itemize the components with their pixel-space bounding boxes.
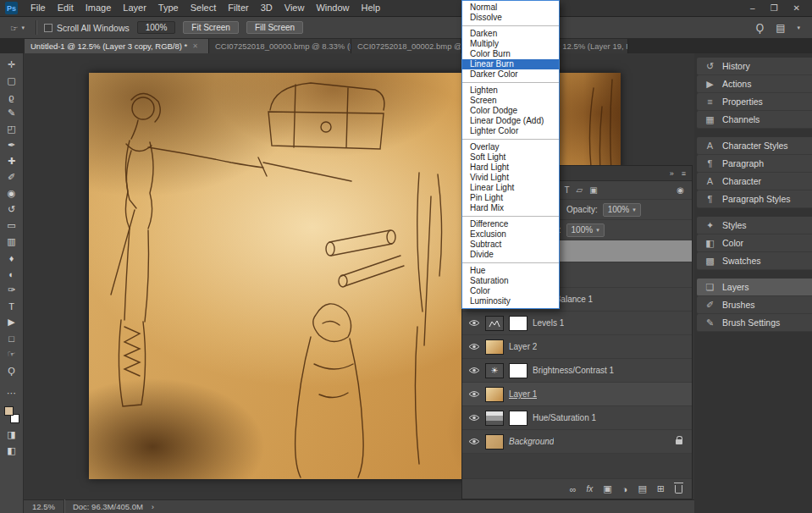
blend-option-multiply[interactable]: Multiply — [462, 39, 559, 49]
filter-type-icon[interactable]: T — [565, 185, 570, 195]
filter-toggle-icon[interactable]: ◉ — [677, 185, 684, 195]
blend-option-pin-light[interactable]: Pin Light — [462, 193, 559, 203]
move-tool[interactable]: ✛ — [0, 57, 23, 73]
gradient-tool[interactable]: ▥ — [0, 234, 23, 250]
workspace-icon[interactable]: ▤ — [776, 22, 785, 34]
eye-icon[interactable] — [468, 438, 480, 445]
menu-filter[interactable]: Filter — [222, 0, 254, 16]
lasso-tool[interactable]: ϱ — [0, 89, 23, 105]
layer-thumbnail[interactable] — [485, 434, 504, 450]
opacity-field[interactable]: 100% ▾ — [603, 203, 641, 217]
menu-layer[interactable]: Layer — [117, 0, 152, 16]
tab-close-icon[interactable]: ✕ — [192, 42, 198, 50]
panel-button-channels[interactable]: ▦ Channels — [697, 111, 812, 129]
panel-button-layers[interactable]: ❏ Layers — [697, 279, 812, 296]
close-icon[interactable]: ✕ — [793, 3, 800, 13]
blend-option-lighter-color[interactable]: Lighter Color — [462, 126, 559, 136]
crop-tool[interactable]: ◰ — [0, 121, 23, 137]
restore-icon[interactable]: ❐ — [771, 3, 778, 13]
chevron-down-icon[interactable]: ▾ — [797, 25, 800, 31]
layer-name[interactable]: Brightness/Contrast 1 — [533, 366, 614, 375]
delete-layer-icon[interactable] — [675, 485, 682, 494]
path-selection-tool[interactable]: ▶ — [0, 314, 23, 330]
panel-button-actions[interactable]: ▶ Actions — [697, 75, 812, 93]
blend-option-hue[interactable]: Hue — [462, 266, 559, 276]
blend-option-normal[interactable]: Normal — [462, 3, 559, 13]
document-tab-cci00002[interactable]: CCI07252018_00002.bmp @ 10.2... — [351, 39, 461, 53]
hand-tool[interactable]: ☞ — [0, 346, 23, 362]
layer-name[interactable]: Hue/Saturation 1 — [533, 413, 596, 422]
layer-name[interactable]: Levels 1 — [533, 318, 564, 328]
healing-brush-tool[interactable]: ✚ — [0, 153, 23, 169]
history-brush-tool[interactable]: ↺ — [0, 201, 23, 218]
panel-button-character-styles[interactable]: A Character Styles — [697, 137, 812, 155]
chevron-right-icon[interactable]: › — [152, 502, 154, 511]
eye-icon[interactable] — [468, 319, 480, 327]
layer-name[interactable]: Layer 2 — [509, 342, 537, 351]
eye-icon[interactable] — [468, 367, 480, 374]
pen-tool[interactable]: ✑ — [0, 282, 23, 298]
layer-style-fx-icon[interactable]: fx — [587, 484, 594, 494]
add-mask-icon[interactable]: ▣ — [603, 483, 611, 494]
blend-option-overlay[interactable]: Overlay — [462, 142, 559, 152]
layer-row-levels[interactable]: Levels 1 — [462, 312, 692, 335]
blend-option-color-burn[interactable]: Color Burn — [462, 49, 559, 59]
blend-option-color[interactable]: Color — [462, 286, 559, 296]
search-icon[interactable]: Ϙ — [756, 22, 764, 34]
collapse-panel-icon[interactable]: » — [670, 169, 674, 178]
blend-option-divide[interactable]: Divide — [462, 250, 559, 260]
mask-thumbnail[interactable] — [509, 316, 528, 331]
layer-name[interactable]: Background — [509, 437, 554, 446]
document-tab-cci00000[interactable]: CCI07252018_00000.bmp @ 8.33% (RGB... ✕ — [209, 39, 351, 53]
quick-selection-tool[interactable]: ✎ — [0, 105, 23, 121]
scroll-all-windows-checkbox[interactable]: Scroll All Windows — [44, 23, 130, 33]
panel-button-styles[interactable]: ✦ Styles — [697, 217, 812, 234]
filter-shape-icon[interactable]: ▱ — [577, 185, 583, 195]
panel-button-properties[interactable]: ≡ Properties — [697, 93, 812, 111]
blend-option-hard-mix[interactable]: Hard Mix — [462, 203, 559, 213]
link-layers-icon[interactable]: ∞ — [570, 484, 577, 494]
blend-option-color-dodge[interactable]: Color Dodge — [462, 106, 559, 116]
menu-view[interactable]: View — [279, 0, 311, 16]
panel-button-history[interactable]: ↺ History — [697, 58, 812, 75]
shape-tool[interactable]: □ — [0, 330, 23, 346]
blend-option-soft-light[interactable]: Soft Light — [462, 152, 559, 163]
menu-select[interactable]: Select — [185, 0, 223, 16]
blend-option-lighten[interactable]: Lighten — [462, 86, 559, 96]
panel-button-character[interactable]: A Character — [697, 173, 812, 190]
layer-row-layer1[interactable]: Layer 1 — [462, 383, 692, 406]
type-tool[interactable]: T — [0, 298, 23, 314]
minimize-icon[interactable]: – — [750, 3, 755, 13]
current-tool-button[interactable]: ☞ ▾ — [7, 23, 28, 33]
fill-screen-button[interactable]: Fill Screen — [246, 21, 303, 34]
eye-icon[interactable] — [468, 390, 480, 398]
layer-thumbnail[interactable] — [485, 387, 504, 402]
screen-mode-button[interactable]: ◧ — [0, 443, 23, 459]
document-tab-untitled[interactable]: Untitled-1 @ 12.5% (Layer 3 copy, RGB/8)… — [25, 39, 209, 53]
layer-thumbnail[interactable] — [485, 339, 504, 355]
zoom-100-button[interactable]: 100% — [137, 21, 176, 34]
blend-option-darker-color[interactable]: Darker Color — [462, 69, 559, 80]
mask-thumbnail[interactable] — [509, 411, 528, 426]
blend-option-hard-light[interactable]: Hard Light — [462, 163, 559, 173]
blend-option-dissolve[interactable]: Dissolve — [462, 13, 559, 23]
blend-option-exclusion[interactable]: Exclusion — [462, 229, 559, 240]
new-group-icon[interactable]: ▤ — [638, 483, 646, 494]
eyedropper-tool[interactable]: ✒ — [0, 137, 23, 153]
dodge-tool[interactable]: ◐ — [0, 266, 23, 282]
foreground-color-swatch[interactable] — [4, 406, 14, 416]
quick-mask-button[interactable]: ◨ — [0, 427, 23, 443]
layer-row-layer2[interactable]: Layer 2 — [462, 335, 692, 359]
fit-screen-button[interactable]: Fit Screen — [183, 21, 239, 34]
blend-option-subtract[interactable]: Subtract — [462, 240, 559, 250]
blend-option-linear-dodge[interactable]: Linear Dodge (Add) — [462, 116, 559, 126]
menu-help[interactable]: Help — [356, 0, 387, 16]
blend-option-linear-light[interactable]: Linear Light — [462, 183, 559, 193]
panel-button-brush-settings[interactable]: ✎ Brush Settings — [697, 314, 812, 332]
panel-button-paragraph-styles[interactable]: ¶ Paragraph Styles — [697, 190, 812, 208]
panel-menu-icon[interactable]: ≡ — [682, 169, 686, 178]
blur-tool[interactable]: ♦ — [0, 250, 23, 266]
menu-edit[interactable]: Edit — [52, 0, 80, 16]
blend-option-darken[interactable]: Darken — [462, 29, 559, 39]
mask-thumbnail[interactable] — [509, 363, 528, 378]
